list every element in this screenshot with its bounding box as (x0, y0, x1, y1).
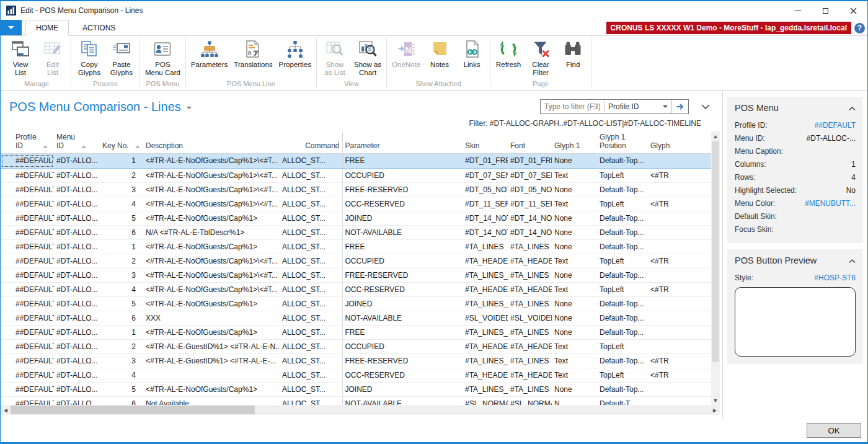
cell[interactable]: OCCUPIED (342, 254, 463, 268)
cell[interactable]: #DT-ALLO... (54, 254, 100, 268)
cell[interactable]: ##DEFAULT (1, 368, 54, 382)
table-row[interactable]: ##DEFAULT#DT-ALLO...4<#TR-AL-E-NoOfGuest… (1, 282, 711, 296)
cell[interactable]: #TA_LINES_ (463, 382, 508, 396)
properties-button[interactable]: Properties (276, 38, 314, 69)
cell[interactable]: <#TR-AL-E-NoOfGuests/Cap%1>\<#T... (143, 254, 280, 268)
cell[interactable]: #SL_VOIDED (463, 311, 508, 325)
cell[interactable]: ##DEFAULT (1, 382, 54, 396)
cell[interactable]: OCC-RESERVED (342, 282, 463, 296)
cell[interactable]: 1 (100, 154, 143, 168)
cell[interactable]: <#TR-AL-E-NoOfGuests/Cap%1> (143, 211, 280, 225)
cell[interactable]: ALLOC_ST... (280, 382, 342, 396)
cell[interactable]: 3 (100, 268, 143, 282)
cell[interactable]: #TA_HEADE... (508, 254, 552, 268)
filter-field-selector[interactable]: Profile ID (604, 102, 671, 111)
cell[interactable]: #TA_LINES (508, 382, 552, 396)
cell[interactable] (648, 182, 711, 197)
table-row[interactable]: ##DEFAULT#DT-ALLO...1<#TR-AL-E-NoOfGuest… (1, 325, 711, 339)
cell[interactable]: ##DEFAULT (1, 225, 54, 239)
cell[interactable]: FREE-RESERVED (342, 182, 463, 197)
cell[interactable]: #DT-ALLO... (54, 396, 100, 405)
horizontal-scroll-thumb[interactable] (11, 406, 255, 414)
collapse-filter-pane-chevron[interactable] (701, 104, 710, 109)
cell[interactable] (648, 268, 711, 282)
cell[interactable]: ALLOC_ST... (280, 311, 342, 325)
cell[interactable]: 5 (100, 211, 143, 225)
cell[interactable]: NOT-AVAILABLE (342, 396, 463, 405)
cell[interactable] (648, 396, 711, 405)
chevron-up-icon[interactable] (849, 255, 856, 266)
cell[interactable]: JOINED (342, 382, 463, 396)
cell[interactable]: FREE-RESERVED (342, 268, 463, 282)
cell[interactable] (648, 382, 711, 396)
show-as-chart-button[interactable]: Show as Chart (351, 38, 384, 77)
cell[interactable]: ##DEFAULT (1, 268, 54, 282)
cell[interactable]: <#TR-AL-E-NoOfGuests/Cap%1>\<#T... (143, 154, 280, 168)
column-header-command[interactable]: Command (280, 131, 342, 154)
cell[interactable]: Default-Top... (597, 382, 648, 396)
table-row[interactable]: ##DEFAULT#DT-ALLO...3<#TR-AL-E-NoOfGuest… (1, 268, 711, 282)
cell[interactable]: <#TR (648, 368, 711, 382)
cell[interactable]: #DT-ALLO... (54, 311, 100, 325)
cell[interactable]: ALLOC_ST... (280, 368, 342, 382)
cell[interactable]: OCC-RESERVED (342, 197, 463, 211)
cell[interactable]: <#TR-AL-E-NoOfGuests/Cap%1>\<#T... (143, 182, 280, 197)
parameters-button[interactable]: Parameters (188, 38, 231, 69)
column-header-glyph[interactable]: Glyph (648, 131, 711, 154)
cell[interactable]: ALLOC_ST... (280, 239, 342, 254)
cell[interactable]: Text (552, 197, 597, 211)
field-value[interactable]: ##DEFAULT (815, 121, 856, 130)
cell[interactable] (648, 225, 711, 239)
cell[interactable]: <#TR-AL-E-NoOfGuests/Cap%1> (143, 296, 280, 311)
cell[interactable]: ##DEFAULT (1, 239, 54, 254)
cell[interactable]: #DT-ALLO... (54, 197, 100, 211)
cell[interactable]: Text (552, 168, 597, 182)
cell[interactable]: TopLeft (597, 254, 648, 268)
cell[interactable]: ##DEFAULT (1, 396, 54, 405)
cell[interactable]: OCC-RESERVED (342, 368, 463, 382)
page-title-caret-icon[interactable] (187, 107, 192, 109)
cell[interactable]: #TA_LINES (463, 239, 508, 254)
filter-input[interactable] (541, 100, 604, 113)
cell[interactable]: <#TR (648, 168, 711, 182)
view-list-button[interactable]: View List (4, 38, 37, 77)
cell[interactable]: Default-Top... (597, 296, 648, 311)
cell[interactable]: #DT-ALLO... (54, 339, 100, 353)
vertical-scroll-thumb[interactable] (712, 141, 719, 362)
cell[interactable]: ALLOC_ST... (280, 254, 342, 268)
pos-menu-card-button[interactable]: POS Menu Card (142, 38, 184, 77)
cell[interactable]: #DT-ALLO... (54, 211, 100, 225)
cell[interactable]: Not Available (143, 396, 280, 405)
cell[interactable]: ALLOC_ST... (280, 353, 342, 368)
cell[interactable]: None (552, 311, 597, 325)
cell[interactable]: 1 (100, 325, 143, 339)
cell[interactable]: N/A <#TR-AL-E-TblDescr%1> (143, 225, 280, 239)
cell[interactable]: Default-Top... (597, 353, 648, 368)
cell[interactable]: #DT_11_SER (463, 197, 508, 211)
cell[interactable]: #TA_LINES (508, 353, 552, 368)
cell[interactable]: 2 (100, 339, 143, 353)
column-header-glyph-1-position[interactable]: Glyph 1 Position (597, 131, 648, 154)
cell[interactable]: TopLeft (597, 197, 648, 211)
cell[interactable]: ##DEFAULT (1, 311, 54, 325)
cell[interactable]: None (552, 239, 597, 254)
cell[interactable]: ALLOC_ST... (280, 268, 342, 282)
scroll-right-icon[interactable]: ► (710, 405, 720, 415)
cell[interactable]: 4 (100, 197, 143, 211)
cell[interactable]: ##DEFAULT (1, 296, 54, 311)
cell[interactable]: #TA_LINES (508, 239, 552, 254)
cell[interactable]: ##DEFAULT (1, 168, 54, 182)
translations-button[interactable]: aTranslations (231, 38, 275, 69)
cell[interactable]: Default-Top... (597, 182, 648, 197)
cell[interactable]: <#TR (648, 197, 711, 211)
cell[interactable]: Default-Top... (597, 311, 648, 325)
cell[interactable] (648, 339, 711, 353)
cell[interactable]: None (552, 268, 597, 282)
table-row[interactable]: ##DEFAULT#DT-ALLO...2<#TR-AL-E-GuestID%1… (1, 339, 711, 353)
cell[interactable]: <#TR-AL-E-NoOfGuests/Cap%1>\<#T... (143, 282, 280, 296)
cell[interactable]: #DT-ALLO... (54, 382, 100, 396)
cell[interactable]: ALLOC_ST... (280, 168, 342, 182)
cell[interactable] (648, 239, 711, 254)
cell[interactable]: FREE (342, 239, 463, 254)
cell[interactable]: 4 (100, 282, 143, 296)
